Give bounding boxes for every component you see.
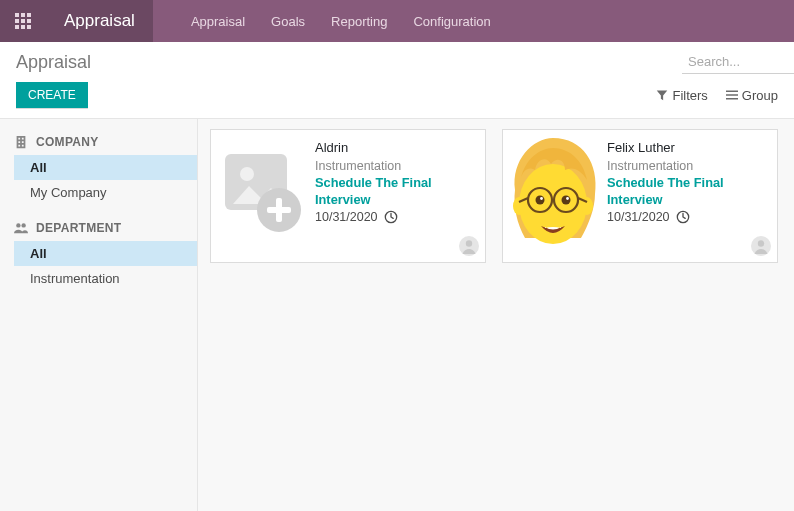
card-department: Instrumentation (607, 159, 769, 173)
sidebar-item-department-all[interactable]: All (14, 241, 197, 266)
svg-rect-10 (726, 94, 738, 96)
svg-rect-8 (27, 25, 31, 29)
search-wrap (682, 50, 794, 74)
person-avatar-icon (503, 130, 603, 262)
card-date: 10/31/2020 (607, 210, 670, 224)
card-name: Aldrin (315, 140, 477, 155)
clock-icon[interactable] (676, 210, 690, 224)
sidebar-item-company-all[interactable]: All (14, 155, 197, 180)
list-icon (726, 89, 738, 101)
card-action-link[interactable]: Schedule The Final Interview (315, 175, 477, 208)
svg-rect-9 (726, 91, 738, 93)
right-controls: Filters Group (656, 88, 778, 103)
card-date-row: 10/31/2020 (607, 210, 769, 224)
kanban-card[interactable]: Felix Luther Instrumentation Schedule Th… (502, 129, 778, 263)
sidebar-item-instrumentation[interactable]: Instrumentation (14, 266, 197, 291)
nav-item-reporting[interactable]: Reporting (331, 14, 387, 29)
card-image (211, 130, 311, 262)
svg-point-37 (758, 240, 764, 246)
apps-grid-icon (15, 13, 31, 29)
create-button[interactable]: CREATE (16, 82, 88, 108)
sidebar-group-company: COMPANY All My Company (0, 129, 197, 205)
svg-rect-1 (21, 13, 25, 17)
svg-rect-3 (15, 19, 19, 23)
nav-item-appraisal[interactable]: Appraisal (191, 14, 245, 29)
card-action-link[interactable]: Schedule The Final Interview (607, 175, 769, 208)
top-navbar: Appraisal Appraisal Goals Reporting Conf… (0, 0, 794, 42)
card-name: Felix Luther (607, 140, 769, 155)
sidebar-header-label: DEPARTMENT (36, 221, 121, 235)
sidebar-group-department: DEPARTMENT All Instrumentation (0, 215, 197, 291)
card-department: Instrumentation (315, 159, 477, 173)
sidebar-header-department: DEPARTMENT (0, 215, 197, 241)
sidebar-header-label: COMPANY (36, 135, 99, 149)
nav-item-configuration[interactable]: Configuration (413, 14, 490, 29)
main-area: COMPANY All My Company DEPARTMENT All In… (0, 119, 794, 511)
svg-rect-5 (27, 19, 31, 23)
groupby-label: Group (742, 88, 778, 103)
control-panel: Appraisal CREATE Filters Group (0, 42, 794, 119)
svg-rect-6 (15, 25, 19, 29)
svg-point-13 (21, 223, 25, 227)
filter-icon (656, 89, 668, 101)
app-title[interactable]: Appraisal (46, 0, 153, 42)
kanban-area: Aldrin Instrumentation Schedule The Fina… (198, 119, 794, 511)
svg-point-33 (540, 197, 543, 200)
search-input[interactable] (682, 50, 794, 74)
svg-rect-4 (21, 19, 25, 23)
sidebar-header-company: COMPANY (0, 129, 197, 155)
svg-point-12 (16, 223, 20, 227)
svg-rect-11 (726, 98, 738, 100)
svg-point-15 (240, 167, 254, 181)
clock-icon[interactable] (384, 210, 398, 224)
svg-point-31 (536, 196, 545, 205)
sidebar-item-my-company[interactable]: My Company (14, 180, 197, 205)
building-icon (14, 135, 28, 149)
users-icon (14, 221, 28, 235)
filters-label: Filters (672, 88, 707, 103)
apps-button[interactable] (0, 0, 46, 42)
sidebar: COMPANY All My Company DEPARTMENT All In… (0, 119, 198, 511)
svg-rect-2 (27, 13, 31, 17)
groupby-button[interactable]: Group (726, 88, 778, 103)
kanban-card[interactable]: Aldrin Instrumentation Schedule The Fina… (210, 129, 486, 263)
nav-items: Appraisal Goals Reporting Configuration (153, 0, 491, 42)
image-placeholder-icon (211, 130, 311, 246)
svg-point-34 (566, 197, 569, 200)
svg-rect-0 (15, 13, 19, 17)
nav-item-goals[interactable]: Goals (271, 14, 305, 29)
svg-rect-18 (267, 207, 291, 213)
filters-button[interactable]: Filters (656, 88, 707, 103)
svg-point-32 (562, 196, 571, 205)
card-date-row: 10/31/2020 (315, 210, 477, 224)
svg-rect-7 (21, 25, 25, 29)
svg-point-21 (466, 240, 472, 246)
avatar-placeholder-icon (751, 236, 771, 256)
card-image (503, 130, 603, 262)
avatar-placeholder-icon (459, 236, 479, 256)
card-date: 10/31/2020 (315, 210, 378, 224)
breadcrumb: Appraisal (16, 52, 91, 73)
